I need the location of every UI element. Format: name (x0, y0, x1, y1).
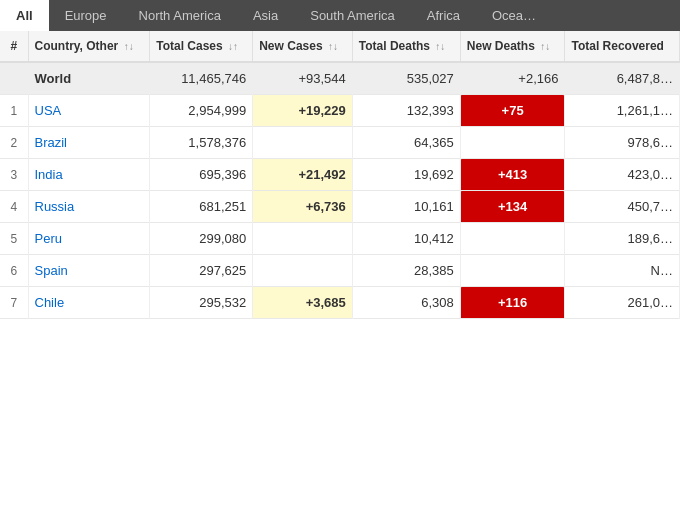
covid-table: # Country, Other ↑↓ Total Cases ↓↑ New C… (0, 31, 680, 319)
table-row: 3 India 695,396 +21,492 19,692 +413 423,… (0, 159, 680, 191)
row-total-recovered: 1,261,1… (565, 95, 680, 127)
row-new-deaths (460, 223, 565, 255)
sort-total-deaths-icon: ↑↓ (435, 41, 445, 52)
country-link[interactable]: Brazil (35, 135, 68, 150)
row-new-deaths: +413 (460, 159, 565, 191)
country-link[interactable]: Spain (35, 263, 68, 278)
row-total-deaths: 10,412 (352, 223, 460, 255)
world-num (0, 62, 28, 95)
row-new-cases (253, 223, 353, 255)
row-num: 5 (0, 223, 28, 255)
col-new-cases[interactable]: New Cases ↑↓ (253, 31, 353, 62)
tab-africa[interactable]: Africa (411, 0, 476, 31)
tab-asia[interactable]: Asia (237, 0, 294, 31)
row-total-recovered: 423,0… (565, 159, 680, 191)
col-num: # (0, 31, 28, 62)
row-country: Peru (28, 223, 150, 255)
row-new-cases: +19,229 (253, 95, 353, 127)
row-new-deaths: +75 (460, 95, 565, 127)
row-total-deaths: 28,385 (352, 255, 460, 287)
country-link[interactable]: Peru (35, 231, 62, 246)
row-new-cases (253, 255, 353, 287)
row-new-deaths (460, 255, 565, 287)
row-total-recovered: 261,0… (565, 287, 680, 319)
table-row: 2 Brazil 1,578,376 64,365 978,6… (0, 127, 680, 159)
row-country: Russia (28, 191, 150, 223)
row-total-recovered: N… (565, 255, 680, 287)
row-total-recovered: 450,7… (565, 191, 680, 223)
row-total-deaths: 6,308 (352, 287, 460, 319)
row-num: 4 (0, 191, 28, 223)
row-total-cases: 297,625 (150, 255, 253, 287)
world-country: World (28, 62, 150, 95)
tab-all[interactable]: All (0, 0, 49, 31)
row-country: Spain (28, 255, 150, 287)
row-total-cases: 2,954,999 (150, 95, 253, 127)
table-row: 7 Chile 295,532 +3,685 6,308 +116 261,0… (0, 287, 680, 319)
col-new-deaths[interactable]: New Deaths ↑↓ (460, 31, 565, 62)
row-new-cases: +3,685 (253, 287, 353, 319)
tab-bar: All Europe North America Asia South Amer… (0, 0, 680, 31)
row-total-cases: 299,080 (150, 223, 253, 255)
row-total-deaths: 64,365 (352, 127, 460, 159)
sort-country-icon: ↑↓ (124, 41, 134, 52)
row-num: 7 (0, 287, 28, 319)
row-country: Brazil (28, 127, 150, 159)
table-row: 5 Peru 299,080 10,412 189,6… (0, 223, 680, 255)
sort-new-cases-icon: ↑↓ (328, 41, 338, 52)
row-country: India (28, 159, 150, 191)
tab-oceania[interactable]: Ocea… (476, 0, 552, 31)
row-new-cases (253, 127, 353, 159)
tab-south-america[interactable]: South America (294, 0, 411, 31)
table-row: 6 Spain 297,625 28,385 N… (0, 255, 680, 287)
row-new-cases: +6,736 (253, 191, 353, 223)
country-link[interactable]: India (35, 167, 63, 182)
col-total-cases[interactable]: Total Cases ↓↑ (150, 31, 253, 62)
row-new-cases: +21,492 (253, 159, 353, 191)
row-country: USA (28, 95, 150, 127)
row-total-deaths: 10,161 (352, 191, 460, 223)
table-row: 4 Russia 681,251 +6,736 10,161 +134 450,… (0, 191, 680, 223)
row-num: 1 (0, 95, 28, 127)
row-num: 6 (0, 255, 28, 287)
tab-europe[interactable]: Europe (49, 0, 123, 31)
col-country[interactable]: Country, Other ↑↓ (28, 31, 150, 62)
world-new-deaths: +2,166 (460, 62, 565, 95)
row-num: 2 (0, 127, 28, 159)
row-total-deaths: 19,692 (352, 159, 460, 191)
world-row: World 11,465,746 +93,544 535,027 +2,166 … (0, 62, 680, 95)
col-total-deaths[interactable]: Total Deaths ↑↓ (352, 31, 460, 62)
row-total-cases: 295,532 (150, 287, 253, 319)
table-header-row: # Country, Other ↑↓ Total Cases ↓↑ New C… (0, 31, 680, 62)
country-link[interactable]: USA (35, 103, 62, 118)
world-new-cases: +93,544 (253, 62, 353, 95)
row-total-cases: 1,578,376 (150, 127, 253, 159)
row-new-deaths: +116 (460, 287, 565, 319)
data-table-container: # Country, Other ↑↓ Total Cases ↓↑ New C… (0, 31, 680, 319)
row-new-deaths: +134 (460, 191, 565, 223)
row-new-deaths (460, 127, 565, 159)
row-total-cases: 681,251 (150, 191, 253, 223)
country-link[interactable]: Chile (35, 295, 65, 310)
row-num: 3 (0, 159, 28, 191)
world-total-deaths: 535,027 (352, 62, 460, 95)
world-total-recovered: 6,487,8… (565, 62, 680, 95)
row-total-cases: 695,396 (150, 159, 253, 191)
tab-north-america[interactable]: North America (123, 0, 237, 31)
col-total-recovered[interactable]: Total Recovered (565, 31, 680, 62)
country-link[interactable]: Russia (35, 199, 75, 214)
row-total-recovered: 189,6… (565, 223, 680, 255)
row-total-deaths: 132,393 (352, 95, 460, 127)
sort-total-cases-icon: ↓↑ (228, 41, 238, 52)
world-total-cases: 11,465,746 (150, 62, 253, 95)
row-total-recovered: 978,6… (565, 127, 680, 159)
table-row: 1 USA 2,954,999 +19,229 132,393 +75 1,26… (0, 95, 680, 127)
sort-new-deaths-icon: ↑↓ (540, 41, 550, 52)
row-country: Chile (28, 287, 150, 319)
